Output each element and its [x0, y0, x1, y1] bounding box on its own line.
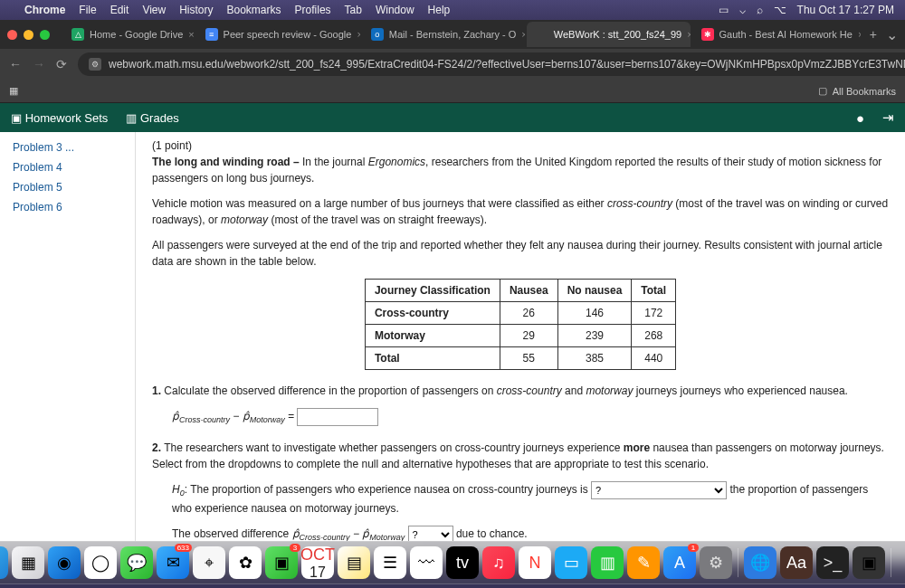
wifi-icon[interactable]: ⌵: [739, 4, 746, 16]
menu-view[interactable]: View: [142, 4, 166, 16]
chrome-app[interactable]: ◯: [84, 546, 117, 579]
music-app[interactable]: ♫: [482, 546, 515, 579]
webwork-header: ▣ Homework Sets ▥ Grades ● ⇥: [0, 103, 905, 132]
appstore-badge: 1: [688, 544, 699, 552]
menu-history[interactable]: History: [179, 4, 213, 16]
points-label: (1 point): [152, 138, 889, 154]
pages-app[interactable]: ✎: [627, 546, 660, 579]
calendar-app[interactable]: OCT17: [301, 546, 334, 579]
folder-icon: ▢: [818, 85, 827, 97]
menu-profiles[interactable]: Profiles: [295, 4, 331, 16]
menu-file[interactable]: File: [79, 4, 96, 16]
problem-sidebar: Problem 3 ... Problem 4 Problem 5 Proble…: [0, 132, 136, 563]
close-tab-icon[interactable]: ×: [687, 29, 690, 40]
sidebar-item-problem-5[interactable]: Problem 5: [0, 177, 135, 197]
bookmarks-bar: ▦ ▢All Bookmarks: [0, 80, 905, 103]
docs-icon: ≡: [205, 28, 218, 41]
mail-badge: 633: [175, 544, 192, 552]
trash-app[interactable]: 🗑: [897, 546, 905, 579]
sidebar-item-problem-4[interactable]: Problem 4: [0, 157, 135, 177]
keynote-app[interactable]: ▭: [555, 546, 587, 579]
logout-icon[interactable]: ⇥: [882, 109, 894, 126]
menu-tab[interactable]: Tab: [345, 4, 362, 16]
numbers-app[interactable]: ▥: [591, 546, 624, 579]
facetime-app[interactable]: ▣3: [265, 546, 298, 579]
dock-separator: [738, 548, 738, 577]
gauth-icon: ✱: [701, 28, 714, 41]
problem-intro: The long and winding road – In the journ…: [152, 154, 889, 186]
settings-app[interactable]: ⚙: [700, 546, 732, 579]
webwork-content: Problem 3 ... Problem 4 Problem 5 Proble…: [0, 132, 905, 563]
battery-icon[interactable]: ▭: [719, 4, 729, 16]
maps-app[interactable]: ⌖: [193, 546, 225, 579]
tab-webwork[interactable]: WeBWorK : stt_200_fs24_99×: [527, 22, 691, 47]
messages-app[interactable]: 💬: [120, 546, 153, 579]
url-text: webwork.math.msu.edu/webwork2/stt_200_fs…: [109, 58, 905, 71]
outlook-icon: o: [371, 28, 384, 41]
question-2: 2. The researchers want to investigate w…: [152, 440, 889, 472]
user-icon[interactable]: ●: [856, 110, 864, 126]
menu-bookmarks[interactable]: Bookmarks: [227, 4, 281, 16]
globe-app[interactable]: 🌐: [744, 546, 776, 579]
sidebar-item-problem-6[interactable]: Problem 6: [0, 197, 135, 217]
grades-nav[interactable]: ▥ Grades: [126, 111, 178, 125]
tab-gauth[interactable]: ✱Gauth - Best AI Homework He×: [692, 22, 861, 47]
appstore-app[interactable]: A1: [663, 546, 696, 579]
notes-app[interactable]: ▤: [338, 546, 370, 579]
tv-app[interactable]: tv: [446, 546, 479, 579]
close-tab-icon[interactable]: ×: [858, 29, 861, 40]
freeform-app[interactable]: 〰: [410, 546, 443, 579]
apps-grid-icon[interactable]: ▦: [9, 85, 18, 97]
h0-compare-select[interactable]: ?: [591, 481, 727, 499]
close-window-button[interactable]: [7, 30, 17, 40]
address-bar[interactable]: ⚙ webwork.math.msu.edu/webwork2/stt_200_…: [78, 52, 905, 76]
new-tab-button[interactable]: +: [862, 27, 884, 42]
photos-app[interactable]: ✿: [229, 546, 262, 579]
search-icon[interactable]: ⌕: [757, 4, 763, 16]
answer-input-diff[interactable]: [297, 408, 378, 426]
news-app[interactable]: N: [519, 546, 551, 579]
menu-edit[interactable]: Edit: [110, 4, 129, 16]
forward-button[interactable]: →: [33, 57, 45, 71]
menubar-clock[interactable]: Thu Oct 17 1:27 PM: [797, 4, 894, 16]
reload-button[interactable]: ⟳: [56, 57, 67, 71]
finder-app[interactable]: ☺: [0, 546, 8, 579]
all-bookmarks-button[interactable]: All Bookmarks: [833, 86, 896, 97]
safari-app[interactable]: ◉: [48, 546, 81, 579]
dictionary-app[interactable]: Aa: [780, 546, 813, 579]
dock-separator: [891, 548, 891, 577]
tab-overflow-icon[interactable]: ⌄: [886, 26, 898, 43]
site-info-icon[interactable]: ⚙: [89, 58, 101, 71]
homework-sets-nav[interactable]: ▣ Homework Sets: [11, 111, 108, 125]
utility-app[interactable]: ▣: [853, 546, 885, 579]
table-row: Total55385440: [365, 347, 675, 370]
reminders-app[interactable]: ☰: [374, 546, 406, 579]
close-tab-icon[interactable]: ×: [357, 29, 359, 40]
close-tab-icon[interactable]: ×: [188, 29, 194, 40]
hypothesis-h0: H0: The proportion of passengers who exp…: [172, 481, 889, 545]
maximize-window-button[interactable]: [40, 30, 50, 40]
macos-dock: ☺ ▦ ◉ ◯ 💬 ✉633 ⌖ ✿ ▣3 OCT17 ▤ ☰ 〰 tv ♫ N…: [0, 541, 905, 584]
menubar-app[interactable]: Chrome: [24, 4, 65, 16]
problem-p3: All passengers were surveyed at the end …: [152, 237, 889, 270]
tab-drive[interactable]: △Home - Google Drive×: [62, 22, 195, 47]
close-tab-icon[interactable]: ×: [521, 29, 524, 40]
menu-window[interactable]: Window: [376, 4, 414, 16]
launchpad-app[interactable]: ▦: [12, 546, 44, 579]
tab-bar: △Home - Google Drive× ≡Peer speech revie…: [0, 20, 905, 49]
mail-app[interactable]: ✉633: [157, 546, 189, 579]
problem-p2: Vehicle motion was measured on a large n…: [152, 195, 889, 228]
terminal-app[interactable]: >_: [816, 546, 849, 579]
tab-outlook[interactable]: oMail - Bernstein, Zachary - O×: [362, 22, 525, 47]
table-row: Motorway29239268: [365, 325, 675, 347]
menu-help[interactable]: Help: [428, 4, 451, 16]
tab-docs[interactable]: ≡Peer speech review - Google×: [196, 22, 360, 47]
facetime-badge: 3: [290, 544, 300, 552]
minimize-window-button[interactable]: [24, 30, 33, 40]
data-table: Journey ClassificationNauseaNo nauseaTot…: [365, 279, 676, 370]
sidebar-item-problem-3[interactable]: Problem 3 ...: [0, 138, 135, 157]
table-row: Cross-country26146172: [365, 302, 675, 325]
control-center-icon[interactable]: ⌥: [774, 4, 786, 16]
browser-toolbar: ← → ⟳ ⚙ webwork.math.msu.edu/webwork2/st…: [0, 49, 905, 80]
back-button[interactable]: ←: [9, 57, 22, 71]
